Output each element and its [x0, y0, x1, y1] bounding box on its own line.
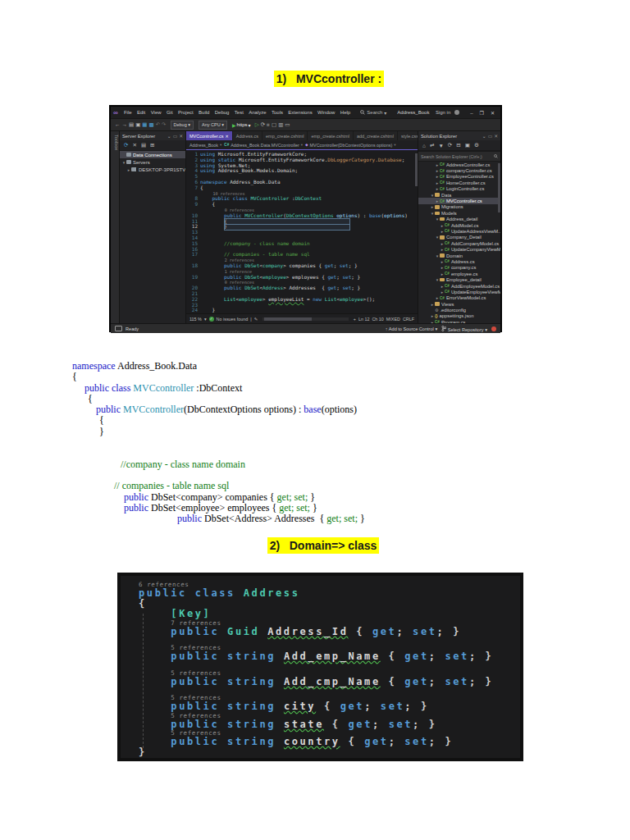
tree-item-AddEmployeeModel.cs[interactable]: ▸C#AddEmployeeModel.cs — [418, 283, 500, 289]
tree-item-Domain[interactable]: ▾Domain — [418, 253, 500, 258]
menu-view[interactable]: View — [148, 110, 163, 115]
pin-icon[interactable]: ▭ — [488, 134, 492, 139]
tab-add_create.cshtml[interactable]: add_create.cshtml — [354, 131, 398, 140]
tree-item-companyController.cs[interactable]: ▸C#companyController.cs — [418, 167, 500, 173]
tree-item-AddressController.cs[interactable]: ▸C#AddressController.cs — [418, 162, 500, 167]
menu-analyze[interactable]: Analyze — [246, 110, 269, 115]
sync-active-document-icon[interactable]: ▣ — [464, 142, 471, 148]
properties-icon[interactable]: ⚙ — [473, 142, 480, 148]
connect-db-icon[interactable]: ▤ — [140, 142, 147, 148]
menu-git[interactable]: Git — [164, 110, 176, 115]
breadcrumb-item[interactable]: ◆MVCcontroller(DbContextOptions options)… — [305, 143, 395, 148]
document-code-text[interactable]: namespace Address_Book.Data{public class… — [72, 361, 532, 524]
tree-item-Employee_detail[interactable]: ▾Employee_detail — [418, 276, 500, 282]
back-icon[interactable]: ← — [114, 121, 121, 127]
tree-item-UpdateAddressViewM...[interactable]: ▸C#UpdateAddressViewM... — [418, 228, 500, 234]
start-without-debug-icon[interactable]: ▷ — [254, 121, 260, 127]
tree-item-Migrations[interactable]: ▸Migrations — [418, 204, 500, 210]
tree-item-Models[interactable]: ▾Models — [418, 210, 500, 216]
health-check-icon[interactable]: ✓ — [209, 317, 214, 322]
connect-server-icon[interactable]: ⊞ — [149, 142, 155, 148]
tree-item-UpdateCompanyViewM...[interactable]: ▸C#UpdateCompanyViewM... — [418, 246, 500, 252]
configuration-select[interactable]: Debug ▾ — [171, 121, 194, 130]
line-ending-indicator[interactable]: CRLF — [403, 317, 414, 322]
close-icon[interactable]: ✕ — [494, 134, 498, 139]
pending-changes-icon[interactable]: ▼ — [437, 143, 444, 148]
horizontal-scrollbar[interactable] — [262, 317, 349, 321]
new-project-icon[interactable]: ▤ — [128, 121, 135, 127]
tree-item-HomeController.cs[interactable]: ▸C#HomeController.cs — [418, 180, 500, 185]
build-icon[interactable]: ▢ — [271, 121, 277, 127]
solution-explorer-scrollbar[interactable] — [498, 163, 500, 212]
tab-emp_create.cshtml[interactable]: emp_create.cshtml — [262, 131, 308, 140]
notifications-icon[interactable] — [491, 326, 496, 331]
tree-item-DESKTOP-3PR1STV[interactable]: ▸DESKTOP-3PR1STV — [120, 166, 185, 173]
menu-build[interactable]: Build — [196, 110, 212, 115]
platform-select[interactable]: Any CPU ▾ — [199, 121, 227, 130]
hot-reload-icon[interactable]: ⟳ — [260, 121, 266, 127]
tab-Address.cs[interactable]: Address.cs — [233, 131, 262, 140]
tree-item-Servers[interactable]: ▾Servers — [120, 158, 185, 166]
column-indicator[interactable]: Ch 10 — [372, 317, 383, 322]
refresh-icon[interactable]: ⟳ — [447, 142, 453, 148]
tree-item-Address_detail[interactable]: ▾Address_detail — [418, 217, 500, 222]
tree-item-LoginController.cs[interactable]: ▸C#LoginController.cs — [418, 186, 500, 192]
menu-edit[interactable]: Edit — [135, 110, 148, 115]
close-icon[interactable]: ✕ — [179, 134, 183, 139]
close-tab-icon[interactable]: ✕ — [226, 134, 229, 139]
tree-item-.editorconfig[interactable]: ⚙.editorconfig — [418, 307, 500, 313]
collapse-all-icon[interactable]: ⊟ — [455, 142, 461, 148]
tree-item-Views[interactable]: ▸Views — [418, 301, 500, 307]
tree-item-EmployeeController.cs[interactable]: ▸C#EmployeeController.cs — [418, 174, 500, 180]
tree-item-MVCcontroller.cs[interactable]: ▸C#MVCcontroller.cs — [418, 198, 500, 203]
sign-in-button[interactable]: Sign in — [436, 110, 450, 115]
feedback-icon[interactable]: ▭ — [284, 121, 290, 127]
tree-item-UpdateEmployeeViewM...[interactable]: ▸C#UpdateEmployeeViewM... — [418, 289, 500, 294]
menu-debug[interactable]: Debug — [212, 110, 232, 115]
menu-project[interactable]: Project — [176, 110, 196, 115]
edit-mode-icon[interactable]: ✎ — [254, 317, 258, 322]
tree-item-company.cs[interactable]: ▸C#company.cs — [418, 265, 500, 271]
scroll-plus-icon[interactable]: + — [354, 317, 356, 322]
dropdown-icon[interactable]: ⌄ — [167, 134, 171, 139]
tab-emp_create.cshtml[interactable]: emp_create.cshtml — [308, 131, 353, 140]
add-to-source-control-button[interactable]: ↑ Add to Source Control ▾ — [386, 326, 437, 331]
home-icon[interactable]: ⌂ — [422, 143, 427, 148]
tree-item-Company_Detail[interactable]: ▾Company_Detail — [418, 235, 500, 240]
zoom-dropdown-icon[interactable]: ▾ — [204, 317, 207, 322]
run-button[interactable]: ▶ https ▾ — [232, 122, 251, 128]
menu-tools[interactable]: Tools — [269, 110, 285, 115]
menu-file[interactable]: File — [121, 110, 135, 115]
background-tasks-icon[interactable] — [115, 326, 122, 331]
toolbox-vertical-tab[interactable]: Toolbox — [111, 131, 120, 323]
zoom-select[interactable]: 115 % — [189, 317, 202, 322]
breadcrumb-item[interactable]: Address_Book▾ — [189, 143, 221, 148]
stop-refresh-icon[interactable]: ✕ — [131, 142, 137, 148]
dropdown-icon[interactable]: ⌄ — [482, 134, 486, 139]
restore-button[interactable]: ❐ — [477, 111, 487, 116]
refresh-icon[interactable]: ⟳ — [123, 142, 129, 148]
indent-mode-indicator[interactable]: MIXED — [386, 317, 400, 322]
tab-MVCcontroller.cs[interactable]: MVCcontroller.cs✕ — [186, 131, 233, 140]
user-avatar[interactable] — [454, 110, 459, 115]
undo-icon[interactable]: ↶ — [155, 121, 161, 127]
redo-icon[interactable]: ↷ — [161, 121, 167, 127]
tree-item-Program.cs[interactable]: ▸C#Program.cs — [418, 319, 500, 323]
tree-item-Data[interactable]: ▾Data — [418, 192, 500, 198]
search-control[interactable]: Search ▾ — [360, 110, 386, 116]
menu-extensions[interactable]: Extensions — [285, 110, 315, 115]
tree-item-Address.cs[interactable]: ▸C#Address.cs — [418, 258, 500, 264]
pin-icon[interactable]: ▭ — [173, 134, 177, 139]
breadcrumb-item[interactable]: C#Address_Book.Data.MVCcontroller▾ — [224, 143, 303, 148]
tree-item-AddModel.cs[interactable]: ▸C#AddModel.cs — [418, 222, 500, 228]
close-button[interactable]: ✕ — [487, 111, 498, 116]
switch-views-icon[interactable]: ⇄ — [429, 142, 435, 148]
code-editor[interactable]: 1using Microsoft.EntityFrameworkCore;2us… — [186, 150, 418, 313]
menu-window[interactable]: Window — [315, 110, 338, 115]
tree-item-appsettings.json[interactable]: ▸{}appsettings.json — [418, 313, 500, 319]
tree-item-DataConnections[interactable]: Data Connections — [120, 151, 185, 158]
tree-item-AddCompanyModel.cs[interactable]: ▸C#AddCompanyModel.cs — [418, 240, 500, 246]
select-repository-button[interactable]: Select Repository ▾ — [441, 326, 487, 332]
solution-search-input[interactable]: Search Solution Explorer (Ctrl+;) — [418, 151, 500, 162]
line-indicator[interactable]: Ln 12 — [358, 317, 370, 322]
